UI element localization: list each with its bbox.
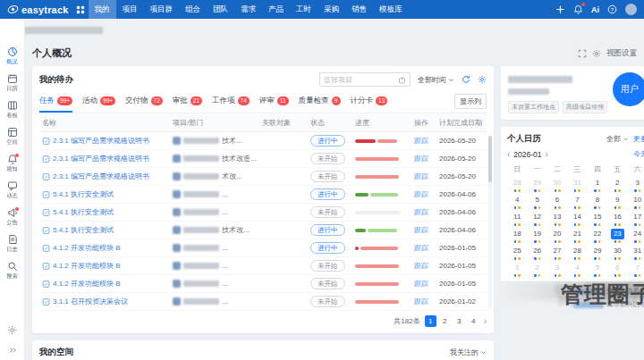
track-action-link[interactable]: 跟踪 (414, 226, 428, 234)
calendar-day-4[interactable]: 4 (507, 195, 527, 209)
calendar-day-19[interactable]: 19 (527, 229, 547, 243)
calendar-day-6[interactable]: 6 (607, 263, 627, 277)
calendar-day-21[interactable]: 21 (567, 229, 587, 243)
settings-gear-icon[interactable] (7, 325, 17, 335)
todo-tab-3[interactable]: 审批 21 (173, 92, 202, 113)
pagination-next-button[interactable]: › (484, 315, 487, 327)
task-name-link[interactable]: 5.4.1 执行安全测试 (53, 225, 114, 235)
sidebar-item-7[interactable]: 日志 (0, 230, 24, 257)
calendar-day-2[interactable]: 2 (527, 263, 547, 277)
todo-settings-gear-icon[interactable] (478, 75, 487, 84)
nav-item-9[interactable]: 销售 (345, 0, 373, 19)
calendar-day-31[interactable]: 31 (567, 178, 587, 192)
project-select-input[interactable] (324, 76, 395, 84)
sidebar-item-2[interactable]: 看板 (0, 96, 24, 123)
calendar-more-link[interactable]: 更多 (633, 134, 644, 144)
todo-tab-4[interactable]: 工作项 74 (212, 92, 250, 113)
schedule-item-1[interactable]: 城市新兴区域... (573, 300, 644, 309)
sidebar-item-8[interactable]: 搜索 (0, 257, 24, 284)
notifications-bell-icon[interactable] (573, 4, 583, 14)
nav-item-10[interactable]: 模板库 (373, 0, 409, 19)
todo-tab-1[interactable]: 活动 99+ (82, 92, 115, 113)
task-name-link[interactable]: 2.3.1 编写产品需求规格说明书 (53, 172, 149, 181)
calendar-day-25[interactable]: 25 (507, 246, 527, 260)
calendar-day-4[interactable]: 4 (567, 263, 587, 277)
nav-item-4[interactable]: 团队 (207, 0, 234, 19)
user-avatar[interactable] (625, 4, 637, 15)
calendar-day-28[interactable]: 28 (507, 178, 527, 192)
profile-avatar[interactable]: 用户 (613, 72, 644, 106)
todo-tab-7[interactable]: 计分卡 13 (351, 92, 388, 113)
project-select[interactable] (319, 72, 411, 87)
sidebar-item-3[interactable]: 空间 (0, 123, 24, 150)
calendar-day-29[interactable]: 29 (527, 178, 547, 192)
nav-item-1[interactable]: 项目 (116, 0, 144, 19)
task-name-link[interactable]: 4.1.2 开发功能模块 B (53, 261, 121, 271)
calendar-day-1[interactable]: 1 (588, 178, 607, 192)
nav-item-6[interactable]: 产品 (262, 0, 290, 19)
nav-item-3[interactable]: 组合 (179, 0, 207, 19)
task-name-link[interactable]: 2.3.1 编写产品需求规格说明书 (53, 154, 149, 163)
sidebar-item-0[interactable]: 概况 (0, 43, 24, 70)
sidebar-item-1[interactable]: 日历 (0, 70, 24, 96)
show-columns-button[interactable]: 显示列 (454, 94, 487, 109)
schedule-item-0[interactable]: 生态旅游风景... (573, 287, 644, 296)
calendar-day-26[interactable]: 26 (527, 246, 547, 260)
calendar-prev-icon[interactable]: ‹ (507, 150, 510, 159)
pagination-page-1[interactable]: 1 (425, 315, 436, 327)
calendar-day-7[interactable]: 7 (628, 263, 644, 277)
calendar-day-22[interactable]: 22 (588, 229, 607, 243)
brand-logo[interactable]: easytrack (7, 4, 69, 15)
pagination-page-2[interactable]: 2 (439, 315, 451, 327)
calendar-day-3[interactable]: 3 (547, 263, 567, 277)
calendar-day-17[interactable]: 17 (628, 212, 644, 226)
task-name-link[interactable]: 3.1.1 召开投资决策会议 (53, 297, 128, 306)
refresh-icon[interactable] (462, 75, 470, 84)
nav-item-8[interactable]: 采购 (318, 0, 345, 19)
project-picker-icon[interactable] (398, 76, 406, 84)
nav-item-2[interactable]: 项目群 (144, 0, 180, 19)
calendar-day-6[interactable]: 6 (547, 195, 567, 209)
calendar-day-30[interactable]: 30 (547, 178, 567, 192)
calendar-day-18[interactable]: 18 (507, 229, 527, 243)
help-icon[interactable]: ? (607, 4, 617, 14)
calendar-day-15[interactable]: 15 (588, 212, 607, 226)
calendar-day-28[interactable]: 28 (567, 246, 587, 260)
calendar-day-11[interactable]: 11 (507, 212, 527, 226)
todo-tab-0[interactable]: 任务 99+ (39, 92, 72, 113)
calendar-filter-dropdown[interactable]: 全部 (606, 134, 629, 144)
table-scrollbar[interactable] (488, 136, 492, 308)
calendar-day-20[interactable]: 20 (547, 229, 567, 243)
calendar-day-29[interactable]: 29 (588, 246, 607, 260)
task-name-link[interactable]: 5.4.1 执行安全测试 (53, 189, 114, 199)
nav-item-5[interactable]: 需求 (234, 0, 262, 19)
view-settings-button[interactable]: 视图设置 (606, 48, 637, 59)
track-action-link[interactable]: 跟踪 (414, 172, 428, 180)
calendar-day-27[interactable]: 27 (547, 246, 567, 260)
todo-tab-6[interactable]: 质量检查 9 (299, 92, 341, 113)
track-action-link[interactable]: 跟踪 (414, 262, 428, 270)
calendar-day-12[interactable]: 12 (527, 212, 547, 226)
plus-icon[interactable] (555, 4, 565, 14)
calendar-day-9[interactable]: 9 (607, 195, 627, 209)
calendar-day-8[interactable]: 8 (588, 195, 607, 209)
calendar-day-10[interactable]: 10 (628, 195, 644, 209)
table-scrollbar-thumb[interactable] (488, 136, 492, 182)
calendar-day-16[interactable]: 16 (607, 212, 627, 226)
calendar-day-2[interactable]: 2 (607, 178, 627, 192)
collapse-chevrons-icon[interactable] (8, 346, 17, 355)
calendar-day-30[interactable]: 30 (607, 246, 627, 260)
todo-tab-2[interactable]: 交付物 72 (125, 92, 163, 113)
page-settings-gear-icon[interactable] (592, 49, 601, 58)
myspace-filter-dropdown[interactable]: 我关注的 (450, 347, 487, 357)
task-name-link[interactable]: 4.1.2 开发功能模块 B (53, 243, 121, 253)
sidebar-item-4[interactable]: 通知 (0, 150, 24, 177)
fullscreen-icon[interactable] (578, 49, 587, 58)
sidebar-item-6[interactable]: 公告 (0, 204, 24, 230)
task-name-link[interactable]: 2.3.1 编写产品需求规格说明书 (53, 136, 149, 146)
nav-item-7[interactable]: 工时 (290, 0, 318, 19)
calendar-today-button[interactable]: 今天 (633, 149, 644, 159)
todo-tab-5[interactable]: 评审 11 (259, 92, 289, 113)
calendar-day-23[interactable]: 23 (607, 229, 627, 243)
task-name-link[interactable]: 4.1.2 开发功能模块 B (53, 279, 121, 289)
